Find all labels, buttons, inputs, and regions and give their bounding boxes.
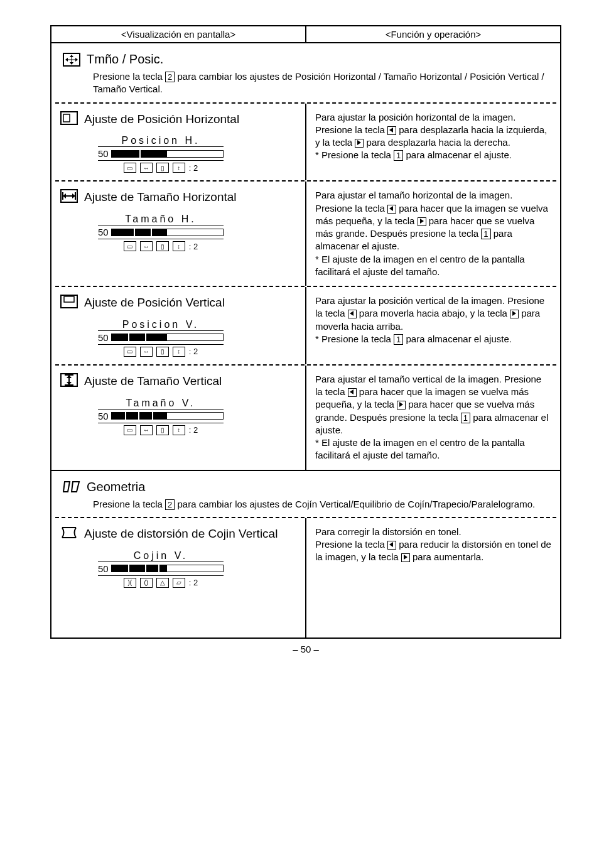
r2-title: Ajuste de Tamaño Horizontal — [84, 189, 237, 205]
key-2: 2 — [165, 72, 175, 82]
section1-desc: Presione la tecla 2 para cambiar los aju… — [93, 70, 549, 96]
osd-tail: : 2 — [189, 163, 198, 173]
svg-marker-3 — [70, 55, 73, 57]
header-left: <Visualización en pantalla> — [51, 26, 306, 42]
mode-icon-3: ▯ — [156, 241, 169, 251]
osd-vpos: Posicion V. 50 ▭ ↔ ▯ ↕ : 2 — [98, 319, 224, 357]
size-pos-icon — [63, 53, 80, 67]
right-arrow-icon — [510, 310, 519, 318]
hpos-icon — [60, 111, 78, 125]
row-cojinv: Ajuste de distorsión de Cojin Vertical C… — [51, 518, 560, 637]
geom-icon-3: △ — [156, 578, 169, 588]
r3-title: Ajuste de Posición Vertical — [84, 295, 225, 310]
mode-icon-2: ↔ — [140, 347, 153, 357]
r2-func: Para ajustar el tamaño horizontal de la … — [315, 189, 551, 278]
r1-func: Para ajustar la posición horizontal de l… — [315, 111, 551, 162]
right-arrow-icon — [418, 217, 426, 226]
vsize-icon — [60, 373, 78, 387]
pincushion-icon — [60, 526, 78, 540]
section-size-pos: Tmño / Posic. Presione la tecla 2 para c… — [51, 43, 560, 102]
mode-icon-3: ▯ — [156, 425, 169, 435]
mode-icon-4: ↕ — [173, 425, 185, 435]
osd-hsize: Tamaño H. 50 ▭ ↔ ▯ ↕ : 2 — [98, 214, 224, 251]
svg-rect-16 — [64, 296, 74, 302]
geom-icon-4: ▱ — [173, 578, 185, 588]
left-arrow-icon — [348, 310, 357, 318]
r1-title: Ajuste de Posición Horizontal — [84, 111, 239, 127]
section2-title: Geometria — [87, 480, 145, 494]
svg-rect-15 — [61, 295, 77, 308]
row-hpos: Ajuste de Posición Horizontal Posicion H… — [51, 104, 560, 181]
r4-func: Para ajustar el tamaño vertical de la im… — [315, 373, 551, 462]
svg-marker-6 — [75, 58, 78, 62]
geom-icon-2: () — [140, 578, 153, 588]
geometria-icon — [63, 480, 80, 494]
mode-icon-4: ↕ — [173, 241, 185, 251]
right-arrow-icon — [355, 139, 364, 148]
right-arrow-icon — [401, 553, 410, 562]
section1-title: Tmño / Posic. — [87, 52, 163, 67]
mode-icon-2: ↔ — [140, 425, 153, 435]
header-right: <Función y operación> — [306, 26, 560, 42]
osd-vsize: Tamaño V. 50 ▭ ↔ ▯ ↕ : 2 — [98, 398, 224, 435]
mode-icon-1: ▭ — [124, 425, 136, 435]
section2-desc: Presione la tecla 2 para cambiar los aju… — [93, 498, 549, 511]
geom-icon-1: )( — [124, 578, 136, 588]
left-arrow-icon — [387, 205, 396, 214]
mode-icon-2: ↔ — [140, 163, 153, 173]
mode-icon-4: ↕ — [173, 347, 185, 357]
row-hsize: Ajuste de Tamaño Horizontal Tamaño H. 50… — [51, 182, 560, 286]
r3-func: Para ajustar la posición vertical de la … — [315, 295, 551, 345]
mode-icon-1: ▭ — [124, 163, 136, 173]
key-1: 1 — [481, 229, 490, 239]
osd-cojinv: Cojin V. 50 )( () △ ▱ : 2 — [98, 550, 224, 588]
key-1: 1 — [461, 413, 470, 423]
svg-rect-8 — [63, 114, 70, 122]
mode-icon-3: ▯ — [156, 163, 169, 173]
mode-icon-1: ▭ — [124, 241, 136, 251]
header-row: <Visualización en pantalla> <Función y o… — [51, 26, 560, 43]
row-vpos: Ajuste de Posición Vertical Posicion V. … — [51, 287, 560, 364]
r5-func: Para corregir la distorsión en tonel. Pr… — [315, 526, 551, 564]
r4-title: Ajuste de Tamaño Vertical — [84, 373, 222, 389]
mode-icon-1: ▭ — [124, 347, 136, 357]
row-vsize: Ajuste de Tamaño Vertical Tamaño V. 50 ▭… — [51, 366, 560, 470]
mode-icon-2: ↔ — [140, 241, 153, 251]
svg-marker-5 — [65, 58, 68, 62]
left-arrow-icon — [387, 541, 396, 550]
osd-hpos: Posicion H. 50 ▭ ↔ ▯ ↕ : 2 — [98, 135, 224, 173]
left-arrow-icon — [348, 388, 357, 397]
mode-icon-3: ▯ — [156, 347, 169, 357]
section-geometria: Geometria Presione la tecla 2 para cambi… — [51, 471, 560, 517]
vpos-icon — [60, 295, 78, 308]
left-arrow-icon — [387, 126, 396, 135]
mode-icon-4: ↕ — [173, 163, 185, 173]
key-2: 2 — [165, 499, 175, 510]
manual-table: <Visualización en pantalla> <Función y o… — [50, 25, 561, 639]
key-1: 1 — [394, 334, 403, 345]
hsize-icon — [60, 189, 78, 203]
page-number: – 50 – — [50, 644, 561, 654]
r5-title: Ajuste de distorsión de Cojin Vertical — [84, 526, 278, 541]
key-1: 1 — [394, 150, 403, 161]
right-arrow-icon — [397, 401, 406, 410]
svg-marker-4 — [70, 62, 73, 65]
